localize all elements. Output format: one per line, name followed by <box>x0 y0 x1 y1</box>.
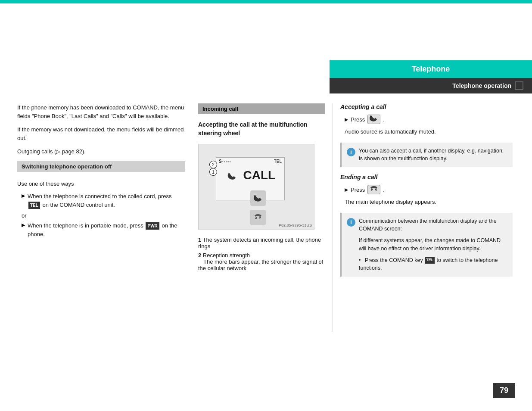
info-content-1: You can also accept a call, if another d… <box>359 147 507 163</box>
or-text: or <box>22 212 185 219</box>
bullet-item-1: ▶ When the telephone is connected to the… <box>17 192 185 209</box>
muted-text: Audio source is automatically muted. <box>340 128 513 136</box>
arrow-bullet-1: ▶ <box>22 193 25 199</box>
para1: If the phone memory has been downloaded … <box>17 103 185 120</box>
info-box-1: i You can also accept a call, if another… <box>340 143 513 168</box>
info-box-2-line1: Communication between the multifunction … <box>359 217 507 234</box>
caption-2: 2 Reception strength The more bars appea… <box>198 252 325 271</box>
right-column: Accepting a call ▶ Press . Audio source … <box>340 103 513 283</box>
switching-header: Switching telephone operation off <box>17 161 185 172</box>
end-phone-svg <box>253 214 263 221</box>
press-accept-arrow: ▶ <box>345 117 348 122</box>
screen-call-label: CALL <box>243 168 276 182</box>
accept-phone-svg <box>253 194 263 202</box>
press-end-arrow: ▶ <box>345 187 348 193</box>
press-end-text: Press <box>351 187 365 193</box>
bullet-text-2: When the telephone is in portable mode, … <box>28 221 185 238</box>
car-display-diagram: S·---- TEL CALL 1 2 <box>198 144 314 230</box>
telephone-tab: Telephone <box>330 60 532 78</box>
telephone-operation-bar: Telephone operation <box>330 78 532 93</box>
accept-phone-icon <box>367 115 380 124</box>
main-tel-display-text: The main telephone display appears. <box>340 198 513 206</box>
info-content-2: Communication between the multifunction … <box>359 217 507 273</box>
screen-tel-text: TEL <box>274 159 282 164</box>
header-section: Telephone Telephone operation <box>330 60 532 93</box>
telephone-tab-label: Telephone <box>412 65 450 73</box>
top-color-bar <box>0 0 532 3</box>
arrow-bullet-2: ▶ <box>22 222 25 228</box>
caption-1: 1 The system detects an incoming call, t… <box>198 237 325 249</box>
screen-top-bar: S·---- TEL <box>216 158 284 165</box>
info-icon-2: i <box>347 218 355 227</box>
press-accept-text: Press <box>351 116 365 123</box>
bullet-text-1: When the telephone is connected to the c… <box>28 192 185 209</box>
info-box-2-line2: If different systems appear, the changes… <box>359 237 507 253</box>
para2: If the memory was not downloaded, the me… <box>17 125 185 142</box>
vertical-separator <box>332 103 333 332</box>
screen-phone-icon <box>225 171 238 181</box>
info-box-2-bullet: • Press the COMAND key TEL to switch to … <box>359 256 507 273</box>
end-phone-icon <box>367 185 380 194</box>
press-accept-line: ▶ Press . <box>340 115 513 124</box>
info-box-2: i Communication between the multifunctio… <box>340 213 513 277</box>
telephone-operation-label: Telephone operation <box>452 82 511 89</box>
diagram-code: P82.85-9295-31US <box>279 223 312 227</box>
use-one-ways: Use one of these ways <box>17 180 185 188</box>
info-icon-1: i <box>347 148 355 156</box>
accept-button-icon <box>250 190 266 206</box>
tel-badge-inline: TEL <box>425 257 435 264</box>
bullet-item-2: ▶ When the telephone is in portable mode… <box>17 221 185 238</box>
ending-call-title: Ending a call <box>340 174 513 181</box>
tel-badge-1: TEL <box>28 202 40 209</box>
bullet-dot: • <box>359 257 361 263</box>
accepting-call-title: Accepting a call <box>340 103 513 110</box>
screen-call-text: CALL <box>216 165 284 182</box>
para3: Outgoing calls (▷ page 82). <box>17 147 185 156</box>
multifunction-title: Accepting the call at the multifunction … <box>198 121 325 137</box>
operation-dot <box>515 81 523 90</box>
signal-indicator: S·---- <box>219 159 231 164</box>
middle-column: Incoming call Accepting the call at the … <box>198 103 325 271</box>
press-end-line: ▶ Press . <box>340 185 513 194</box>
left-column: If the phone memory has been downloaded … <box>17 103 185 242</box>
incoming-call-header: Incoming call <box>198 103 325 114</box>
pwr-badge: PWR <box>146 222 159 230</box>
end-phone-glyph <box>369 185 379 192</box>
page-number: 79 <box>493 383 515 398</box>
accept-phone-glyph <box>369 115 379 122</box>
end-button-icon <box>250 210 266 225</box>
